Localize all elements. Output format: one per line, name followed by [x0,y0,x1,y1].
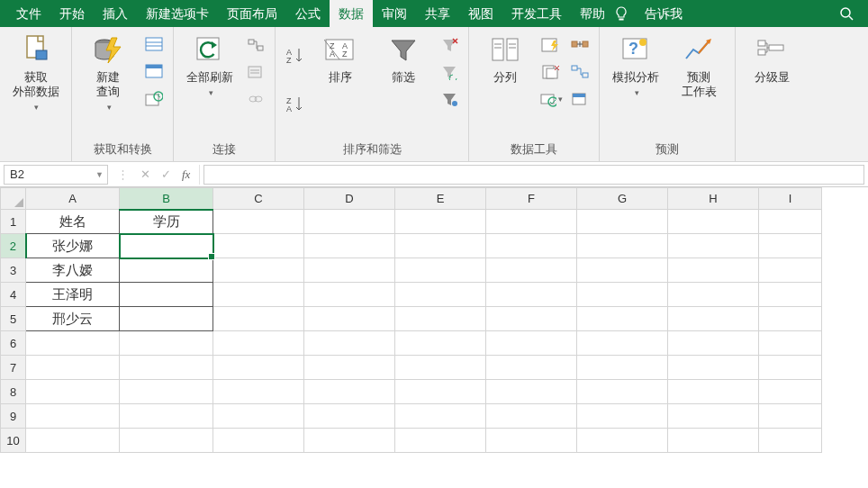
row-header-10[interactable]: 10 [1,429,26,453]
tab-help[interactable]: 帮助 [571,0,614,27]
cell-H9[interactable] [668,404,759,429]
get-external-data-button[interactable]: 获取 外部数据 [7,31,64,112]
from-table-button[interactable] [142,61,166,83]
cell-H2[interactable] [668,234,759,258]
cell-I4[interactable] [759,283,822,307]
cell-H8[interactable] [668,380,759,404]
outline-button[interactable]: 分级显 [743,31,800,85]
cell-A5[interactable]: 邢少云 [26,307,120,331]
cell-F3[interactable] [486,258,577,283]
cell-G3[interactable] [577,258,668,283]
row-header-6[interactable]: 6 [1,331,26,356]
edit-links-button[interactable] [244,88,267,110]
cell-G4[interactable] [577,283,668,307]
cell-I8[interactable] [759,380,822,404]
tab-formulas[interactable]: 公式 [286,0,330,27]
cell-F8[interactable] [486,380,577,404]
cell-G1[interactable] [577,210,668,234]
cell-C3[interactable] [213,258,304,283]
cell-E1[interactable] [395,210,486,234]
cell-F7[interactable] [486,356,577,380]
row-header-1[interactable]: 1 [1,210,26,234]
cell-A2[interactable]: 张少娜 [26,234,120,258]
col-header-E[interactable]: E [395,188,486,210]
cell-B9[interactable] [120,404,213,429]
consolidate-button[interactable] [568,34,592,56]
col-header-C[interactable]: C [213,188,304,210]
cell-B1[interactable]: 学历 [120,210,213,234]
col-header-A[interactable]: A [26,188,120,210]
select-all-corner[interactable] [1,188,26,210]
sort-asc-button[interactable]: AZ [283,45,306,67]
cell-A8[interactable] [26,380,120,404]
cell-D6[interactable] [304,331,395,356]
cell-B8[interactable] [120,380,213,404]
properties-button[interactable] [244,61,267,83]
manage-data-model-button[interactable] [568,88,592,110]
cell-B2[interactable] [120,234,213,258]
cell-H7[interactable] [668,356,759,380]
cell-C7[interactable] [213,356,304,380]
search-icon[interactable] [839,6,861,21]
reapply-filter-button[interactable] [438,61,461,83]
cell-A6[interactable] [26,331,120,356]
col-header-B[interactable]: B [120,188,213,210]
clear-filter-button[interactable] [438,34,461,56]
tab-developer[interactable]: 开发工具 [502,0,571,27]
cell-C9[interactable] [213,404,304,429]
cell-C5[interactable] [213,307,304,331]
cell-D7[interactable] [304,356,395,380]
cell-A7[interactable] [26,356,120,380]
text-to-columns-button[interactable]: 分列 [476,31,534,85]
tab-review[interactable]: 审阅 [373,0,416,27]
cell-G7[interactable] [577,356,668,380]
cell-A3[interactable]: 李八嫒 [26,258,120,283]
tell-me[interactable]: 告诉我 [636,0,692,27]
cell-F5[interactable] [486,307,577,331]
cell-C2[interactable] [213,234,304,258]
tab-page-layout[interactable]: 页面布局 [218,0,286,27]
cell-E2[interactable] [395,234,486,258]
cell-B6[interactable] [120,331,213,356]
cell-H5[interactable] [668,307,759,331]
row-header-5[interactable]: 5 [1,307,26,331]
row-header-9[interactable]: 9 [1,404,26,429]
cell-F4[interactable] [486,283,577,307]
cell-C1[interactable] [213,210,304,234]
cell-E5[interactable] [395,307,486,331]
tab-home[interactable]: 开始 [50,0,94,27]
cell-A10[interactable] [26,429,120,453]
cell-I7[interactable] [759,356,822,380]
name-box[interactable]: B2 ▼ [4,165,108,185]
cell-F2[interactable] [486,234,577,258]
cell-G8[interactable] [577,380,668,404]
row-header-2[interactable]: 2 [1,234,26,258]
cell-D4[interactable] [304,283,395,307]
cell-H4[interactable] [668,283,759,307]
cell-A1[interactable]: 姓名 [26,210,120,234]
cell-E9[interactable] [395,404,486,429]
cell-I6[interactable] [759,331,822,356]
confirm-formula-icon[interactable]: ✓ [161,167,171,181]
cell-I1[interactable] [759,210,822,234]
cell-I9[interactable] [759,404,822,429]
cell-C4[interactable] [213,283,304,307]
cell-G9[interactable] [577,404,668,429]
cell-I2[interactable] [759,234,822,258]
tab-file[interactable]: 文件 [7,0,50,27]
cell-D8[interactable] [304,380,395,404]
sort-button[interactable]: ZAAZ 排序 [312,31,369,85]
cell-A4[interactable]: 王泽明 [26,283,120,307]
refresh-all-button[interactable]: 全部刷新 [181,31,239,97]
cell-H6[interactable] [668,331,759,356]
cell-E8[interactable] [395,380,486,404]
cancel-formula-icon[interactable]: ✕ [140,167,150,181]
cell-B10[interactable] [120,429,213,453]
tab-view[interactable]: 视图 [459,0,502,27]
row-header-4[interactable]: 4 [1,283,26,307]
cell-G10[interactable] [577,429,668,453]
cell-E4[interactable] [395,283,486,307]
row-header-7[interactable]: 7 [1,356,26,380]
tab-new-tab[interactable]: 新建选项卡 [137,0,218,27]
cell-B4[interactable] [120,283,213,307]
